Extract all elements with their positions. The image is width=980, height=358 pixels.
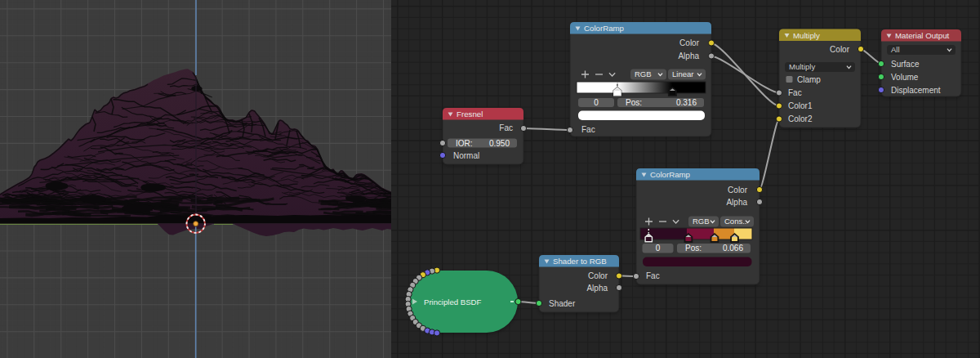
svg-text:Alpha: Alpha <box>726 198 747 207</box>
svg-text:Cons..: Cons.. <box>724 217 746 226</box>
svg-text:All: All <box>891 45 900 54</box>
svg-text:Principled BSDF: Principled BSDF <box>424 298 482 307</box>
svg-text:Fac: Fac <box>788 88 802 97</box>
svg-text:Shader: Shader <box>549 299 576 308</box>
svg-text:Fac: Fac <box>499 123 513 132</box>
svg-text:Fresnel: Fresnel <box>457 110 483 119</box>
svg-text:Shader to RGB: Shader to RGB <box>553 257 607 266</box>
svg-text:Clamp: Clamp <box>797 75 821 84</box>
svg-text:Fac: Fac <box>581 125 595 134</box>
svg-text:ColorRamp: ColorRamp <box>650 170 690 179</box>
svg-text:Color: Color <box>679 38 700 47</box>
svg-text:Linear: Linear <box>672 69 693 78</box>
svg-text:0.950: 0.950 <box>489 139 510 148</box>
svg-text:0.316: 0.316 <box>676 98 697 107</box>
svg-text:Multiply: Multiply <box>789 62 815 71</box>
svg-text:Fac: Fac <box>646 271 660 280</box>
svg-text:Surface: Surface <box>891 60 920 69</box>
svg-text:Color: Color <box>830 45 850 54</box>
svg-text:Color: Color <box>588 271 608 280</box>
svg-text:Alpha: Alpha <box>678 51 699 60</box>
svg-text:RGB: RGB <box>693 217 710 226</box>
svg-text:Alpha: Alpha <box>586 284 608 293</box>
svg-text:0: 0 <box>656 244 661 253</box>
svg-text:0: 0 <box>594 98 599 107</box>
svg-text:Material Output: Material Output <box>895 31 950 40</box>
svg-text:Volume: Volume <box>891 73 919 82</box>
svg-text:Multiply: Multiply <box>793 31 820 40</box>
svg-text:Color: Color <box>728 186 748 195</box>
svg-text:Color1: Color1 <box>788 101 813 110</box>
svg-text:Normal: Normal <box>453 151 479 160</box>
svg-text:Displacement: Displacement <box>891 86 941 95</box>
svg-text:Color2: Color2 <box>788 114 813 123</box>
svg-text:RGB: RGB <box>635 69 652 78</box>
svg-text:ColorRamp: ColorRamp <box>584 24 624 33</box>
svg-text:Pos:: Pos: <box>685 244 702 253</box>
svg-text:0.066: 0.066 <box>723 244 743 253</box>
svg-text:IOR:: IOR: <box>456 139 473 148</box>
svg-text:Pos:: Pos: <box>626 98 642 107</box>
